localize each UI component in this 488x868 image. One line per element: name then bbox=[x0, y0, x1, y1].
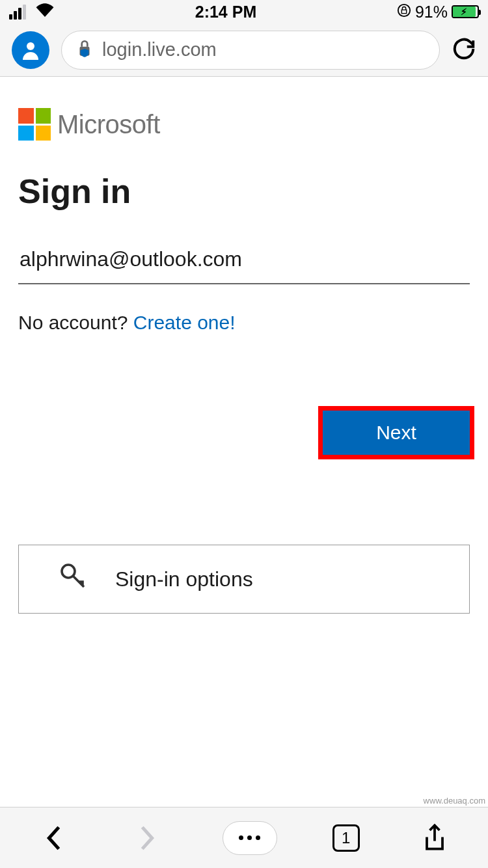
url-text: login.live.com bbox=[102, 39, 217, 61]
battery-icon: ⚡︎ bbox=[452, 5, 479, 18]
battery-percent: 91% bbox=[415, 3, 448, 21]
site-security-icon bbox=[76, 39, 93, 61]
page-title: Sign in bbox=[18, 172, 470, 211]
browser-toolbar: login.live.com bbox=[0, 23, 488, 77]
svg-point-0 bbox=[398, 4, 410, 16]
key-icon bbox=[58, 561, 89, 597]
tabs-button[interactable]: 1 bbox=[332, 824, 360, 852]
forward-button[interactable] bbox=[128, 819, 167, 858]
browser-bottom-bar: 1 bbox=[0, 807, 488, 868]
rotation-lock-icon bbox=[397, 3, 411, 21]
share-button[interactable] bbox=[415, 819, 454, 858]
svg-point-1 bbox=[27, 42, 34, 50]
menu-button[interactable] bbox=[223, 821, 277, 855]
reload-button[interactable] bbox=[452, 36, 476, 64]
microsoft-logo-row: Microsoft bbox=[18, 108, 470, 141]
profile-button[interactable] bbox=[12, 31, 49, 69]
address-bar[interactable]: login.live.com bbox=[61, 31, 440, 70]
status-bar: 2:14 PM 91% ⚡︎ bbox=[0, 0, 488, 23]
microsoft-logo-icon bbox=[18, 108, 51, 141]
clock-time: 2:14 PM bbox=[195, 3, 256, 21]
email-input[interactable] bbox=[18, 243, 470, 284]
watermark: www.deuaq.com bbox=[424, 796, 485, 806]
create-account-link[interactable]: Create one! bbox=[133, 312, 236, 333]
wifi-icon bbox=[35, 3, 55, 21]
no-account-row: No account? Create one! bbox=[18, 312, 470, 334]
microsoft-brand-text: Microsoft bbox=[57, 110, 160, 139]
no-account-text: No account? bbox=[18, 312, 133, 333]
next-button[interactable]: Next bbox=[323, 411, 470, 455]
cellular-signal-icon bbox=[9, 5, 26, 20]
signin-options-button[interactable]: Sign-in options bbox=[18, 545, 470, 614]
signin-options-label: Sign-in options bbox=[115, 567, 253, 591]
back-button[interactable] bbox=[34, 819, 73, 858]
page-content: Microsoft Sign in No account? Create one… bbox=[0, 77, 488, 807]
tabs-count: 1 bbox=[342, 829, 350, 847]
